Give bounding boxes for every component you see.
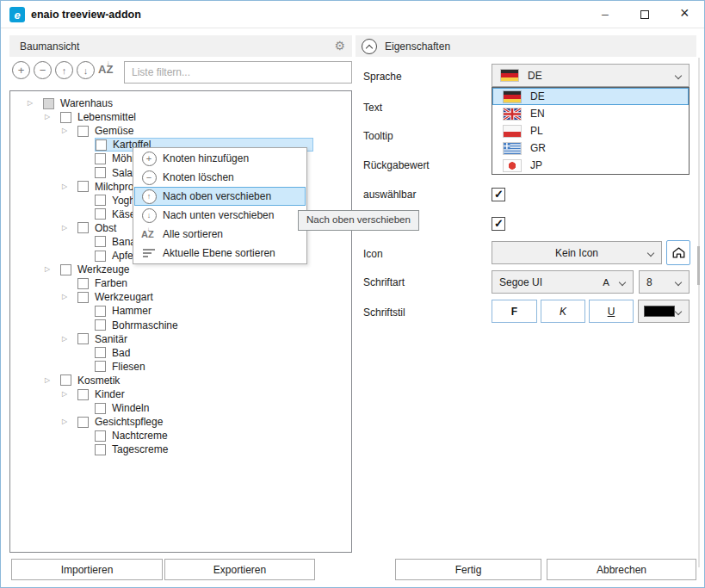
checkbox[interactable] xyxy=(95,167,106,178)
tree-item[interactable]: Kosmetik xyxy=(10,374,351,387)
maximize-button[interactable] xyxy=(625,1,665,28)
tree-item[interactable]: Tagescreme xyxy=(10,443,351,456)
tree-item[interactable]: Gesichtspflege xyxy=(10,415,351,429)
done-button[interactable]: Fertig xyxy=(395,559,541,580)
bold-button-label: F xyxy=(511,306,517,318)
checkbox[interactable] xyxy=(77,417,89,428)
language-option-jp[interactable]: JP xyxy=(492,157,689,174)
tree-item[interactable]: Nachtcreme xyxy=(10,429,351,443)
second-checkbox[interactable] xyxy=(492,217,505,231)
checkbox[interactable] xyxy=(77,181,89,192)
menu-item-label: Knoten hinzufügen xyxy=(163,152,249,164)
font-family-select[interactable]: Segoe UI A xyxy=(492,270,634,294)
font-color-select[interactable] xyxy=(638,300,690,323)
flag-gr-icon xyxy=(504,143,521,154)
tree-item-label: Obst xyxy=(95,222,116,234)
font-family-value: Segoe UI xyxy=(499,276,542,288)
filter-input[interactable] xyxy=(124,61,352,84)
checkbox[interactable] xyxy=(60,264,71,275)
checkbox[interactable] xyxy=(77,333,89,344)
checkbox[interactable] xyxy=(60,374,71,386)
checkbox[interactable] xyxy=(95,153,106,164)
checkbox[interactable] xyxy=(95,208,106,220)
tree-item[interactable]: Bohrmaschine xyxy=(10,319,351,332)
font-size-select[interactable]: 8 xyxy=(639,270,690,294)
remove-node-button[interactable] xyxy=(34,61,52,79)
checkbox[interactable] xyxy=(95,319,106,331)
language-option-pl[interactable]: PL xyxy=(492,122,689,139)
tree-item[interactable]: Kinder xyxy=(10,387,351,401)
menu-item-move-down[interactable]: Nach unten verschieben xyxy=(134,206,306,225)
bold-button[interactable]: F xyxy=(492,300,537,323)
tree-item[interactable]: Fliesen xyxy=(10,360,351,374)
move-up-button[interactable] xyxy=(55,61,73,79)
tree-item[interactable]: Gemüse xyxy=(10,124,351,138)
sort-az-button[interactable] xyxy=(98,63,121,78)
checkbox[interactable] xyxy=(95,306,106,317)
tree-item-label: Nachtcreme xyxy=(112,430,168,442)
language-option-en[interactable]: EN xyxy=(492,105,689,122)
checkbox[interactable] xyxy=(95,444,106,455)
expander-icon[interactable] xyxy=(45,377,60,384)
expander-icon[interactable] xyxy=(28,100,43,107)
collapse-panel-button[interactable] xyxy=(362,39,377,54)
expander-icon[interactable] xyxy=(62,336,77,343)
auswaehlbar-checkbox[interactable] xyxy=(492,188,505,201)
close-button[interactable] xyxy=(665,1,704,28)
language-select[interactable]: DE xyxy=(492,64,690,87)
underline-button[interactable]: U xyxy=(589,300,634,323)
expander-icon[interactable] xyxy=(62,183,77,190)
checkbox[interactable] xyxy=(77,222,89,233)
checkbox[interactable] xyxy=(60,112,71,123)
tree-item[interactable]: Farben xyxy=(10,276,351,290)
move-down-button[interactable] xyxy=(77,61,95,79)
checkbox[interactable] xyxy=(95,195,106,206)
scrollbar-thumb[interactable] xyxy=(697,246,700,285)
tree-item[interactable]: Bad xyxy=(10,346,351,360)
export-button[interactable]: Exportieren xyxy=(164,559,315,580)
gear-icon[interactable] xyxy=(334,39,345,53)
checkbox[interactable] xyxy=(95,347,106,358)
expander-icon[interactable] xyxy=(62,294,77,300)
checkbox[interactable] xyxy=(43,98,54,109)
expander-icon[interactable] xyxy=(62,127,77,134)
checkbox[interactable] xyxy=(96,139,107,151)
cancel-button[interactable]: Abbrechen xyxy=(547,559,696,580)
home-icon-button[interactable] xyxy=(666,240,690,265)
tree-item[interactable]: Warenhaus xyxy=(10,96,351,110)
checkbox[interactable] xyxy=(95,361,106,372)
expander-icon[interactable] xyxy=(45,114,60,121)
checkbox[interactable] xyxy=(95,430,106,442)
tree-item[interactable]: Sanitär xyxy=(10,332,351,346)
chevron-down-icon xyxy=(619,278,626,285)
expander-icon[interactable] xyxy=(62,225,77,232)
minimize-button[interactable] xyxy=(585,1,625,28)
expander-icon[interactable] xyxy=(62,391,77,398)
menu-item-sort-level[interactable]: Aktuelle Ebene sortieren xyxy=(134,244,306,263)
tree-item[interactable]: Werkzeugart xyxy=(10,290,351,304)
checkbox[interactable] xyxy=(95,236,106,247)
scrollbar-track[interactable] xyxy=(698,58,700,567)
menu-item-sort-all[interactable]: Alle sortieren xyxy=(134,225,306,244)
tree-item[interactable]: Werkzeuge xyxy=(10,263,351,276)
menu-item-move-up[interactable]: Nach oben verschieben xyxy=(134,187,306,206)
checkbox[interactable] xyxy=(77,292,89,303)
checkbox[interactable] xyxy=(95,251,106,262)
expander-icon[interactable] xyxy=(45,266,60,273)
tree-item[interactable]: Lebensmittel xyxy=(10,110,351,124)
menu-item-add-node[interactable]: Knoten hinzufügen xyxy=(134,149,306,168)
checkbox[interactable] xyxy=(95,403,106,414)
expander-icon[interactable] xyxy=(62,418,77,425)
checkbox[interactable] xyxy=(77,389,89,400)
checkbox[interactable] xyxy=(77,278,89,289)
import-button[interactable]: Importieren xyxy=(11,559,163,580)
tree-item[interactable]: Windeln xyxy=(10,401,351,415)
add-node-button[interactable] xyxy=(12,61,30,79)
tree-item[interactable]: Hammer xyxy=(10,304,351,318)
italic-button[interactable]: K xyxy=(541,300,585,323)
language-option-de[interactable]: DE xyxy=(492,88,689,105)
menu-item-delete-node[interactable]: Knoten löschen xyxy=(134,168,306,187)
checkbox[interactable] xyxy=(77,126,89,137)
icon-select[interactable]: Kein Icon xyxy=(492,241,662,264)
language-option-gr[interactable]: GR xyxy=(492,139,689,157)
